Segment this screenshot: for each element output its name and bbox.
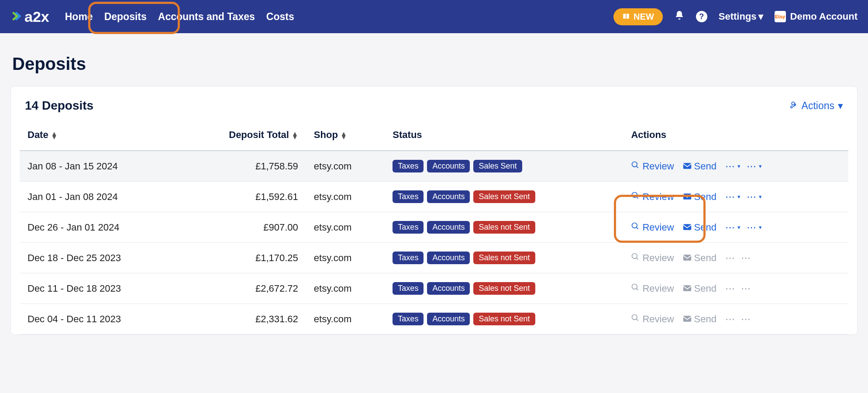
svg-line-13 xyxy=(637,258,638,259)
nav-right: NEW ? Settings ▾ Etsy Demo Account xyxy=(613,8,858,25)
cell-status: TaxesAccountsSales not Sent xyxy=(385,243,623,273)
cell-date: Dec 18 - Dec 25 2023 xyxy=(20,243,181,273)
cell-status: TaxesAccountsSales not Sent xyxy=(385,212,623,243)
col-shop[interactable]: Shop▲▼ xyxy=(306,121,385,151)
account-name: Demo Account xyxy=(790,11,858,22)
svg-rect-5 xyxy=(683,163,691,169)
svg-point-15 xyxy=(632,284,637,289)
deposits-table: Date▲▼ Deposit Total▲▼ Shop▲▼ Status Act… xyxy=(20,121,848,334)
caret-down-icon: ▾ xyxy=(759,193,762,200)
svg-line-4 xyxy=(637,166,638,168)
table-row: Dec 04 - Dec 11 2023£2,331.62etsy.comTax… xyxy=(20,304,848,334)
row-more-dropdown[interactable]: ⋯▾ xyxy=(725,161,741,172)
review-button[interactable]: Review xyxy=(631,191,674,203)
cell-date: Jan 01 - Jan 08 2024 xyxy=(20,182,181,212)
navbar: a2x Home Deposits Accounts and Taxes Cos… xyxy=(0,0,868,33)
sort-icon: ▲▼ xyxy=(341,132,347,139)
table-row: Dec 26 - Jan 01 2024£907.00etsy.comTaxes… xyxy=(20,212,848,243)
cell-date: Dec 11 - Dec 18 2023 xyxy=(20,273,181,304)
status-badge-notsent: Sales not Sent xyxy=(473,221,535,234)
review-button[interactable]: Review xyxy=(631,222,674,233)
cell-shop: etsy.com xyxy=(306,273,385,304)
row-more-2[interactable]: ⋯ xyxy=(741,314,751,325)
cell-status: TaxesAccountsSales not Sent xyxy=(385,273,623,304)
bell-icon[interactable] xyxy=(674,10,685,23)
logo[interactable]: a2x xyxy=(10,8,49,25)
svg-rect-11 xyxy=(683,224,691,230)
row-more-2[interactable]: ⋯ xyxy=(741,252,751,264)
row-more-dropdown[interactable]: ⋯▾ xyxy=(725,222,741,233)
col-date-label: Date xyxy=(28,129,48,140)
nav-taxes[interactable]: Accounts and Taxes xyxy=(158,11,255,23)
status-badge-taxes: Taxes xyxy=(393,282,424,295)
settings-dropdown[interactable]: Settings ▾ xyxy=(719,11,763,22)
mail-icon xyxy=(683,283,692,294)
cell-shop: etsy.com xyxy=(306,151,385,182)
svg-point-12 xyxy=(632,253,637,259)
cell-total: £1,758.59 xyxy=(181,151,306,182)
svg-point-3 xyxy=(632,162,637,167)
mail-icon xyxy=(683,222,692,233)
caret-down-icon: ▾ xyxy=(838,100,843,112)
status-badge-accounts: Accounts xyxy=(427,313,470,325)
cell-total: £1,170.25 xyxy=(181,243,306,273)
row-more[interactable]: ⋯ xyxy=(725,314,735,325)
cell-actions: ReviewSend⋯⋯ xyxy=(623,243,848,273)
svg-line-7 xyxy=(637,196,638,198)
bulk-actions-label: Actions xyxy=(802,100,834,112)
status-badge-notsent: Sales not Sent xyxy=(473,282,535,295)
nav-deposits[interactable]: Deposits xyxy=(104,11,147,23)
page-title: Deposits xyxy=(0,33,868,86)
svg-point-18 xyxy=(632,314,637,320)
nav-home[interactable]: Home xyxy=(65,11,93,23)
row-more[interactable]: ⋯ xyxy=(725,252,735,264)
sort-icon: ▲▼ xyxy=(292,132,298,139)
col-date[interactable]: Date▲▼ xyxy=(20,121,181,151)
review-button[interactable]: Review xyxy=(631,161,674,172)
cell-actions: ReviewSend⋯▾⋯▾ xyxy=(623,182,848,212)
mail-icon xyxy=(683,314,692,325)
status-badge-notsent: Sales not Sent xyxy=(473,313,535,325)
status-badge-notsent: Sales not Sent xyxy=(473,190,535,203)
status-badge-taxes: Taxes xyxy=(393,252,424,264)
new-button[interactable]: NEW xyxy=(613,8,663,25)
caret-down-icon: ▾ xyxy=(759,224,762,231)
mail-icon xyxy=(683,252,692,264)
deposits-count: 14 Deposits xyxy=(25,99,93,113)
table-row: Dec 11 - Dec 18 2023£2,672.72etsy.comTax… xyxy=(20,273,848,304)
col-total[interactable]: Deposit Total▲▼ xyxy=(181,121,306,151)
send-button[interactable]: Send xyxy=(683,191,716,203)
table-row: Dec 18 - Dec 25 2023£1,170.25etsy.comTax… xyxy=(20,243,848,273)
row-more-dropdown-2[interactable]: ⋯▾ xyxy=(747,191,762,203)
row-more-2[interactable]: ⋯ xyxy=(741,283,751,294)
settings-label: Settings xyxy=(719,11,757,22)
row-more-dropdown-2[interactable]: ⋯▾ xyxy=(747,161,762,172)
col-shop-label: Shop xyxy=(314,129,338,140)
col-status-label: Status xyxy=(393,129,422,140)
send-button[interactable]: Send xyxy=(683,222,716,233)
svg-line-10 xyxy=(637,227,638,229)
help-icon[interactable]: ? xyxy=(696,11,707,22)
row-more-dropdown-2[interactable]: ⋯▾ xyxy=(747,222,762,233)
card-header: 14 Deposits Actions ▾ xyxy=(11,86,857,121)
deposits-card: 14 Deposits Actions ▾ Date▲▼ Deposit Tot… xyxy=(10,86,858,335)
row-more-dropdown[interactable]: ⋯▾ xyxy=(725,191,741,203)
logo-icon xyxy=(10,8,22,25)
row-more[interactable]: ⋯ xyxy=(725,283,735,294)
cell-shop: etsy.com xyxy=(306,182,385,212)
status-badge-accounts: Accounts xyxy=(427,282,470,295)
table-row: Jan 01 - Jan 08 2024£1,592.61etsy.comTax… xyxy=(20,182,848,212)
col-actions: Actions xyxy=(623,121,848,151)
bulk-actions-dropdown[interactable]: Actions ▾ xyxy=(789,100,843,112)
review-button: Review xyxy=(631,252,674,264)
send-button[interactable]: Send xyxy=(683,161,716,172)
nav-costs[interactable]: Costs xyxy=(266,11,294,23)
magnify-icon xyxy=(631,314,640,325)
caret-down-icon: ▾ xyxy=(737,163,741,169)
review-button: Review xyxy=(631,283,674,294)
new-label: NEW xyxy=(634,12,654,22)
cell-actions: ReviewSend⋯▾⋯▾ xyxy=(623,212,848,243)
svg-line-16 xyxy=(637,288,638,290)
account-dropdown[interactable]: Etsy Demo Account xyxy=(775,11,858,22)
cell-date: Dec 04 - Dec 11 2023 xyxy=(20,304,181,334)
